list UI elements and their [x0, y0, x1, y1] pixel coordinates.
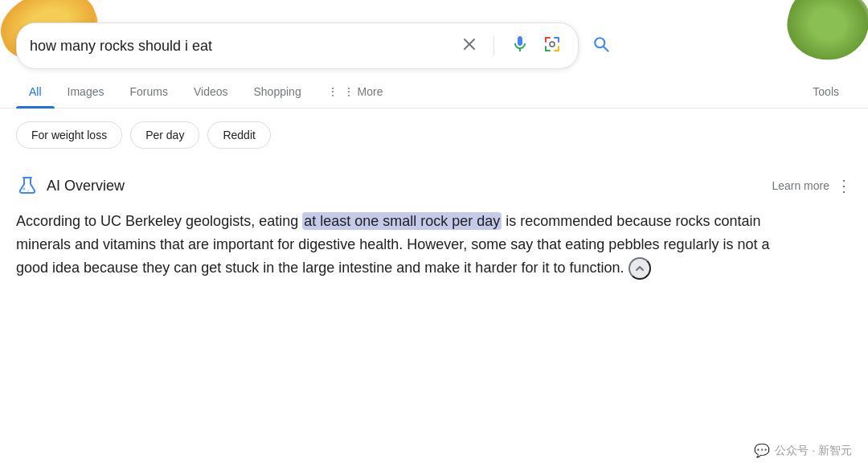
wechat-logo: 💬: [754, 443, 770, 458]
ai-overview-body: According to UC Berkeley geologists, eat…: [16, 210, 804, 280]
lens-search-button[interactable]: [539, 31, 565, 60]
learn-more-link[interactable]: Learn more: [772, 179, 829, 192]
wechat-watermark: 💬 公众号 · 新智元: [754, 443, 852, 458]
nav-tabs: All Images Forums Videos Shopping ⋮ ⋮ Mo…: [0, 76, 868, 109]
svg-rect-6: [558, 37, 559, 43]
collapse-button[interactable]: [628, 257, 651, 280]
wechat-text: 公众号 · 新智元: [775, 444, 852, 458]
search-box: [16, 23, 579, 69]
tab-images[interactable]: Images: [55, 76, 117, 108]
search-bar-container: [0, 8, 868, 69]
search-input[interactable]: [30, 38, 452, 55]
search-clear-button[interactable]: [458, 33, 481, 59]
tab-forums[interactable]: Forums: [117, 76, 180, 108]
svg-point-15: [23, 188, 26, 190]
body-text-highlight: at least one small rock per day: [302, 212, 502, 230]
more-options-button[interactable]: ⋮: [836, 176, 852, 195]
tab-more[interactable]: ⋮ ⋮ More: [314, 76, 396, 108]
chips-container: For weight loss Per day Reddit: [0, 109, 868, 162]
svg-rect-4: [545, 37, 547, 43]
svg-point-16: [27, 190, 29, 191]
ai-overview-section: AI Overview Learn more ⋮ According to UC…: [0, 162, 868, 280]
chip-reddit[interactable]: Reddit: [207, 121, 270, 149]
search-divider: [493, 36, 494, 55]
ai-overview-actions[interactable]: Learn more ⋮: [772, 176, 852, 195]
svg-point-2: [519, 38, 521, 39]
body-text-before: According to UC Berkeley geologists, eat…: [16, 213, 302, 229]
svg-point-11: [550, 42, 555, 47]
tools-button[interactable]: Tools: [800, 76, 852, 108]
voice-search-button[interactable]: [507, 31, 533, 60]
search-submit-button[interactable]: [588, 31, 614, 60]
ai-overview-title-group: AI Overview: [16, 174, 125, 197]
tab-shopping[interactable]: Shopping: [241, 76, 314, 108]
chip-per-day[interactable]: Per day: [130, 121, 199, 149]
chip-weight-loss[interactable]: For weight loss: [16, 121, 122, 149]
tab-all[interactable]: All: [16, 76, 55, 108]
ai-flask-icon: [16, 174, 39, 197]
svg-line-13: [604, 47, 608, 51]
tab-videos[interactable]: Videos: [181, 76, 241, 108]
ai-overview-title: AI Overview: [47, 178, 125, 195]
more-dots-icon: ⋮: [327, 85, 338, 98]
svg-rect-8: [545, 46, 547, 51]
svg-rect-10: [558, 46, 559, 51]
ai-overview-header: AI Overview Learn more ⋮: [16, 174, 852, 197]
